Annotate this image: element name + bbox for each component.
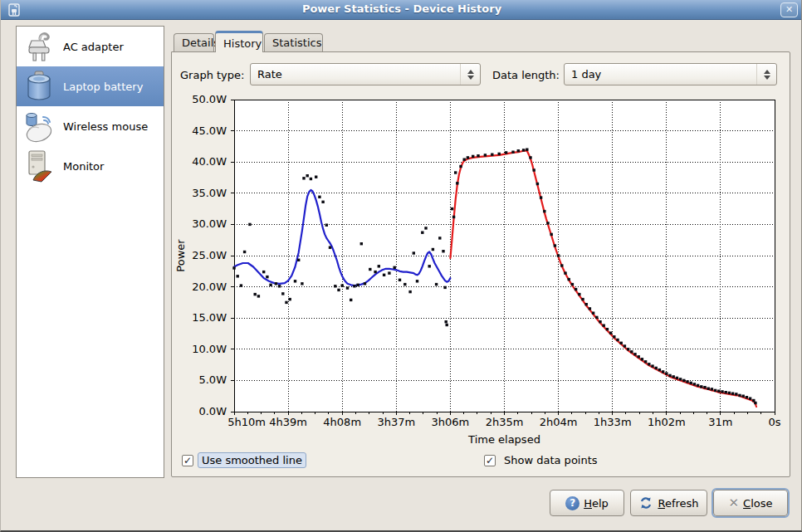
svg-text:0.0W: 0.0W xyxy=(198,405,227,417)
tab-history[interactable]: History xyxy=(215,31,263,52)
power-history-chart: 0.0W5.0W10.0W15.0W20.0W25.0W30.0W35.0W40… xyxy=(171,87,794,450)
monitor-icon xyxy=(22,149,56,183)
svg-text:5.0W: 5.0W xyxy=(198,373,227,386)
svg-text:2h04m: 2h04m xyxy=(540,416,578,428)
svg-text:50.0W: 50.0W xyxy=(192,93,227,105)
svg-text:0s: 0s xyxy=(768,416,780,428)
smoothed-line-checkbox[interactable]: ✓ xyxy=(182,455,193,466)
device-item-monitor[interactable]: Monitor xyxy=(17,146,164,186)
device-item-laptop-battery[interactable]: Laptop battery xyxy=(17,66,164,106)
window-title: Power Statistics - Device History xyxy=(1,2,802,15)
window-close-button[interactable]: ✕ xyxy=(780,2,798,17)
titlebar: Power Statistics - Device History ✕ xyxy=(1,0,802,20)
svg-text:Power: Power xyxy=(174,239,187,272)
wireless-mouse-icon xyxy=(22,109,56,144)
close-label: Close xyxy=(743,497,772,510)
svg-text:20.0W: 20.0W xyxy=(192,281,227,293)
graph-type-value: Rate xyxy=(251,68,460,81)
close-icon: ✕ xyxy=(729,497,740,510)
svg-text:2h35m: 2h35m xyxy=(486,416,524,428)
smoothed-line-checkbox-row: ✓ Use smoothed line xyxy=(182,452,306,468)
svg-text:25.0W: 25.0W xyxy=(192,249,227,261)
svg-text:4h08m: 4h08m xyxy=(323,416,361,428)
data-length-value: 1 day xyxy=(565,68,756,81)
svg-text:4h39m: 4h39m xyxy=(269,416,307,428)
help-icon: ? xyxy=(565,496,579,510)
graph-type-label: Graph type: xyxy=(180,69,244,81)
device-list: AC adapter Laptop battery xyxy=(16,26,164,478)
device-label: Laptop battery xyxy=(63,81,143,93)
help-label: Help xyxy=(584,497,609,510)
combo-arrows-icon xyxy=(756,64,776,85)
help-button[interactable]: ? Help xyxy=(550,490,624,516)
ac-adapter-icon xyxy=(22,29,56,64)
svg-text:45.0W: 45.0W xyxy=(192,124,227,137)
tab-statistics[interactable]: Statistics xyxy=(264,33,323,52)
svg-text:5h10m: 5h10m xyxy=(227,416,266,428)
data-points-checkbox-row: ✓ Show data points xyxy=(484,452,602,468)
refresh-button[interactable]: Refresh xyxy=(630,490,707,516)
smoothed-line-label[interactable]: Use smoothed line xyxy=(198,452,306,468)
svg-text:1h02m: 1h02m xyxy=(648,416,686,428)
data-points-checkbox[interactable]: ✓ xyxy=(484,455,496,466)
device-label: AC adapter xyxy=(63,41,124,53)
device-item-wireless-mouse[interactable]: Wireless mouse xyxy=(17,106,164,146)
close-button[interactable]: ✕ Close xyxy=(713,490,788,516)
tab-details[interactable]: Details xyxy=(174,33,214,52)
combo-arrows-icon xyxy=(460,64,480,85)
data-length-combobox[interactable]: 1 day xyxy=(564,63,777,85)
svg-text:30.0W: 30.0W xyxy=(192,217,227,230)
power-statistics-window: Power Statistics - Device History ✕ AC a… xyxy=(0,0,802,532)
device-item-ac-adapter[interactable]: AC adapter xyxy=(17,27,164,66)
svg-text:3h37m: 3h37m xyxy=(377,416,415,428)
svg-text:40.0W: 40.0W xyxy=(192,155,227,168)
laptop-battery-icon xyxy=(22,69,56,104)
svg-text:3h06m: 3h06m xyxy=(432,416,470,428)
device-label: Wireless mouse xyxy=(63,120,148,133)
svg-text:10.0W: 10.0W xyxy=(192,343,227,355)
svg-text:1h33m: 1h33m xyxy=(594,416,632,428)
svg-text:15.0W: 15.0W xyxy=(192,311,227,324)
svg-text:31m: 31m xyxy=(708,416,732,428)
svg-text:35.0W: 35.0W xyxy=(192,187,227,199)
refresh-label: Refresh xyxy=(658,497,698,510)
data-length-label: Data length: xyxy=(492,69,560,81)
svg-text:Time elapsed: Time elapsed xyxy=(467,433,540,446)
device-label: Monitor xyxy=(63,160,104,173)
data-points-label[interactable]: Show data points xyxy=(500,452,602,468)
graph-type-combobox[interactable]: Rate xyxy=(250,63,481,85)
refresh-icon xyxy=(638,495,653,510)
